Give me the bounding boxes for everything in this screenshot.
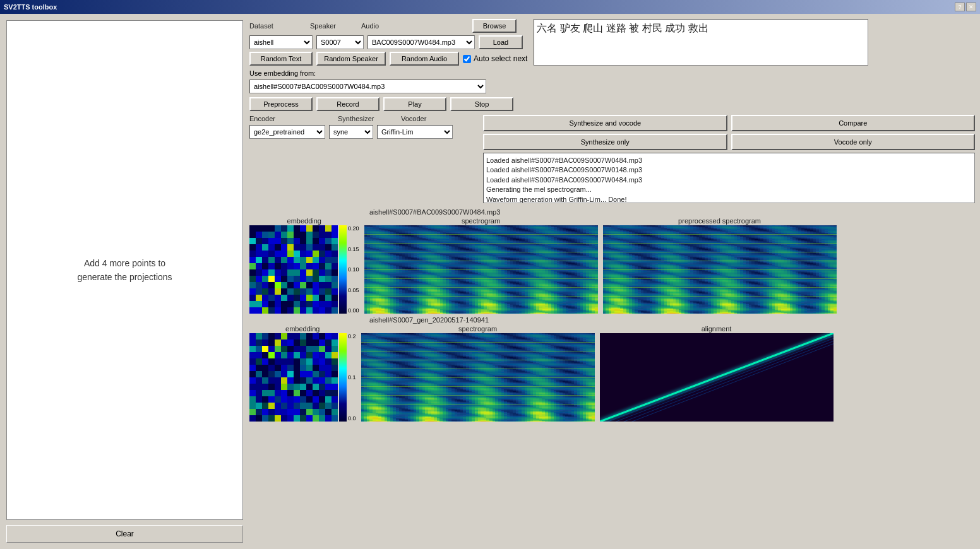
preproc-spec-canvas xyxy=(603,225,837,314)
vocoder-label: Vocoder xyxy=(401,115,477,122)
synthesizer-label: Synthesizer xyxy=(338,115,388,122)
title-bar: SV2TTS toolbox ? ✕ xyxy=(0,0,980,14)
random-speaker-button[interactable]: Random Speaker xyxy=(316,52,386,66)
encoder-label: Encoder xyxy=(249,115,325,122)
clear-button[interactable]: Clear xyxy=(6,525,243,543)
audio-label: Audio xyxy=(361,22,469,30)
embedding1-label: embedding xyxy=(287,217,321,225)
embedding-select[interactable]: aishell#S0007#BAC009S0007W0484.mp3 xyxy=(249,80,486,93)
browse-button[interactable]: Browse xyxy=(472,19,517,33)
right-panel: Dataset Speaker Audio Browse aishell S00… xyxy=(249,14,980,549)
stop-button[interactable]: Stop xyxy=(450,97,513,111)
log-line-5: Waveform generation with Griffin-Lim... … xyxy=(486,195,972,203)
projection-box: Add 4 more points togenerate the project… xyxy=(6,20,243,520)
colorbar2-min: 0.0 xyxy=(348,415,356,422)
colorbar1-mid3: 0.05 xyxy=(348,287,359,293)
embedding-from-label: Use embedding from: xyxy=(249,69,316,77)
random-text-button[interactable]: Random Text xyxy=(249,52,313,66)
dataset-label: Dataset xyxy=(249,22,306,30)
text-display: 六名 驴友 爬山 迷路 被 村民 成功 救出 xyxy=(534,19,868,66)
alignment-label: alignment xyxy=(702,325,732,333)
log-line-3: Loaded aishell#S0007#BAC009S0007W0484.mp… xyxy=(486,175,972,185)
spectrogram2-canvas xyxy=(361,333,595,422)
log-area: Loaded aishell#S0007#BAC009S0007W0484.mp… xyxy=(483,153,975,203)
auto-select-row: Auto select next xyxy=(463,54,527,63)
random-audio-button[interactable]: Random Audio xyxy=(390,52,459,66)
log-line-1: Loaded aishell#S0007#BAC009S0007W0484.mp… xyxy=(486,156,972,165)
alignment-canvas xyxy=(600,333,834,422)
log-line-2: Loaded aishell#S0007#BAC009S0007W0148.mp… xyxy=(486,165,972,175)
projection-message: Add 4 more points togenerate the project… xyxy=(77,256,172,285)
viz-row1-title: aishell#S0007#BAC009S0007W0484.mp3 xyxy=(369,208,975,216)
synthesizer-select[interactable]: syne xyxy=(329,125,373,139)
preproc-spec-label: preprocessed spectrogram xyxy=(678,217,761,225)
close-button[interactable]: ✕ xyxy=(966,3,976,11)
embedding1-canvas xyxy=(249,225,338,314)
help-button[interactable]: ? xyxy=(955,3,965,11)
play-button[interactable]: Play xyxy=(383,97,446,111)
left-panel: Add 4 more points togenerate the project… xyxy=(0,14,249,549)
synthesize-vocode-button[interactable]: Synthesize and vocode xyxy=(483,115,727,131)
synthesize-only-button[interactable]: Synthesize only xyxy=(483,134,727,150)
load-button[interactable]: Load xyxy=(479,35,523,49)
colorbar1-min: 0.00 xyxy=(348,307,359,314)
record-button[interactable]: Record xyxy=(316,97,379,111)
encoder-select[interactable]: ge2e_pretrained xyxy=(249,125,325,139)
colorbar1-max: 0.20 xyxy=(348,225,359,232)
vocoder-select[interactable]: Griffin-Lim xyxy=(377,125,453,139)
embedding2-canvas xyxy=(249,333,338,422)
colorbar1-mid1: 0.15 xyxy=(348,246,359,252)
log-line-4: Generating the mel spectrogram... xyxy=(486,185,972,194)
colorbar2-max: 0.2 xyxy=(348,333,356,339)
auto-select-label: Auto select next xyxy=(474,54,527,63)
spectrogram1-canvas xyxy=(364,225,598,314)
text-content: 六名 驴友 爬山 迷路 被 村民 成功 救出 xyxy=(537,23,708,33)
vocode-only-button[interactable]: Vocode only xyxy=(731,134,976,150)
viz-section: aishell#S0007#BAC009S0007W0484.mp3 embed… xyxy=(249,208,975,544)
speaker-select[interactable]: S0007 xyxy=(316,35,364,49)
preprocess-button[interactable]: Preprocess xyxy=(249,97,313,111)
colorbar2-mid: 0.1 xyxy=(348,374,356,381)
spectrogram2-label: spectrogram xyxy=(458,325,497,333)
embedding2-label: embedding xyxy=(285,325,320,333)
dataset-select[interactable]: aishell xyxy=(249,35,313,49)
title-bar-buttons: ? ✕ xyxy=(955,3,976,11)
colorbar1-mid2: 0.10 xyxy=(348,266,359,273)
auto-select-checkbox[interactable] xyxy=(463,55,471,63)
audio-select[interactable]: BAC009S0007W0484.mp3 xyxy=(368,35,475,49)
viz-row2-title: aishell#S0007_gen_20200517-140941 xyxy=(369,316,975,324)
spectrogram1-label: spectrogram xyxy=(462,217,500,225)
compare-button[interactable]: Compare xyxy=(731,115,976,131)
app-title: SV2TTS toolbox xyxy=(4,3,57,11)
speaker-label: Speaker xyxy=(310,22,357,30)
